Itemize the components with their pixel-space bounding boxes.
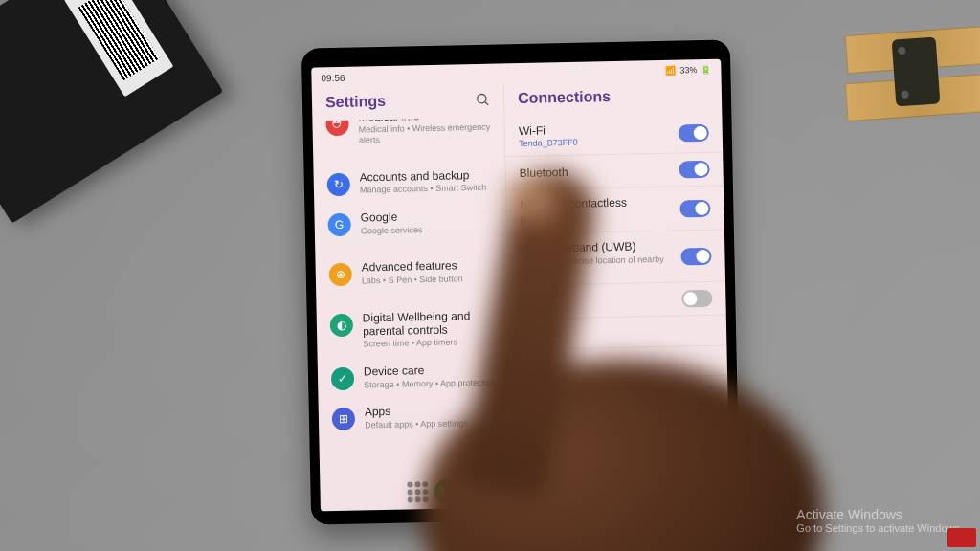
svg-point-0 <box>478 94 487 103</box>
settings-item-label: Apps <box>365 403 497 419</box>
settings-item-label: Digital Wellbeing and parental controls <box>363 308 496 339</box>
connections-panel: Connections Wi-FiTenda_B73FF0BluetoothNF… <box>504 80 729 474</box>
connections-item-label: Data … <box>523 354 706 371</box>
connections-item[interactable]: Ultra-wideband (UWB)Identify the precise… <box>507 231 725 287</box>
connections-item[interactable]: Fligh… <box>508 282 726 320</box>
settings-item-icon: ◐ <box>330 313 353 336</box>
connections-item[interactable]: Data … <box>510 345 727 380</box>
connections-item[interactable]: NFC and contactless payments <box>506 187 724 235</box>
settings-panel: Settings ⛑Medical infoMedical info • Wir… <box>312 84 513 476</box>
phone-app-icon[interactable] <box>434 478 459 504</box>
barcode-label <box>64 0 173 97</box>
connections-item[interactable]: Wi-FiTenda_B73FF0 <box>505 113 724 158</box>
wood-fixture <box>846 10 980 143</box>
settings-item[interactable]: ↻Accounts and backupManage accounts • Sm… <box>313 160 505 204</box>
settings-item-icon: ⊕ <box>329 263 352 286</box>
tablet-device: 09:56 📶 33% 🔋 Settings ⛑Medical infoMedi… <box>301 39 740 524</box>
settings-item-sub: Google services <box>361 223 493 236</box>
settings-item[interactable]: ⛑Medical infoMedical info • Wireless eme… <box>312 117 504 154</box>
settings-item-sub: Screen time • App timers <box>363 337 495 350</box>
connections-item-label: Bluetooth <box>520 164 672 181</box>
whatsapp-app-icon[interactable] <box>617 474 643 500</box>
connections-item[interactable]: Bluetooth <box>505 153 724 191</box>
settings-item-label: Accounts and backup <box>360 168 492 185</box>
toggle-switch[interactable] <box>681 290 712 308</box>
settings-item-label: Device care <box>364 363 496 379</box>
settings-item[interactable]: ⊞AppsDefault apps • App settings <box>319 395 511 439</box>
settings-item-sub: Default apps • App settings <box>365 417 497 430</box>
settings-item-icon: G <box>327 213 350 236</box>
connections-item-desc: Identify the precise location of nearby … <box>522 253 674 277</box>
connections-item-label: Mobil… <box>523 384 706 401</box>
corner-badge <box>947 528 976 547</box>
toggle-switch[interactable] <box>680 247 711 265</box>
settings-item-sub: Manage accounts • Smart Switch <box>360 183 492 196</box>
connections-item-label: NFC and contactless payments <box>520 195 672 226</box>
settings-item-icon: ⛑ <box>325 117 348 136</box>
apps-drawer-icon[interactable] <box>407 481 428 502</box>
connections-item[interactable]: Mobil… <box>510 375 727 409</box>
status-icons: 📶 33% 🔋 <box>665 65 711 76</box>
connections-item-label: Fligh… <box>522 293 674 310</box>
settings-item-icon: ⊞ <box>332 408 355 430</box>
settings-item-sub: Medical info • Wireless emergency alerts <box>359 122 492 145</box>
toggle-switch[interactable] <box>679 161 709 179</box>
settings-title: Settings <box>325 93 386 111</box>
settings-item[interactable]: GGoogleGoogle services <box>314 200 506 244</box>
settings-item-icon: ✓ <box>331 367 354 390</box>
settings-item[interactable]: ⊕Advanced featuresLabs • S Pen • Side bu… <box>315 251 507 295</box>
app-icon-5[interactable]: ✱ <box>556 476 582 502</box>
connections-title: Connections <box>518 88 611 107</box>
app-icon-4[interactable]: ▶ <box>525 476 551 502</box>
browser-app-icon[interactable]: ● <box>495 477 521 503</box>
connections-item-sub: Tenda_B73FF0 <box>519 136 671 148</box>
settings-item[interactable]: ✓Device careStorage • Memory • App prote… <box>318 354 510 398</box>
battery-icon: 🔋 <box>701 65 711 75</box>
toggle-switch[interactable] <box>679 124 709 143</box>
signal-icon: 📶 <box>665 66 676 76</box>
connections-item-label: Mobil… <box>523 323 705 341</box>
dock: 💬 ● ▶ ✱ ▶ <box>320 468 730 511</box>
settings-item-sub: Labs • S Pen • Side button <box>362 273 494 286</box>
status-time: 09:56 <box>321 72 345 83</box>
toggle-switch[interactable] <box>679 200 710 218</box>
messages-app-icon[interactable]: 💬 <box>464 478 490 504</box>
search-icon[interactable] <box>475 92 490 107</box>
settings-item-icon: ↻ <box>327 173 350 196</box>
settings-item-label: Advanced features <box>361 258 493 275</box>
svg-line-1 <box>485 102 488 105</box>
settings-item[interactable]: ◐Digital Wellbeing and parental controls… <box>316 300 508 359</box>
battery-text: 33% <box>679 65 697 75</box>
settings-item-label: Google <box>360 209 492 225</box>
connections-item[interactable]: Mobil… <box>509 316 726 350</box>
youtube-app-icon[interactable]: ▶ <box>587 475 612 501</box>
settings-item-sub: Storage • Memory • App protection <box>364 377 496 390</box>
screen: 09:56 📶 33% 🔋 Settings ⛑Medical infoMedi… <box>311 59 730 512</box>
